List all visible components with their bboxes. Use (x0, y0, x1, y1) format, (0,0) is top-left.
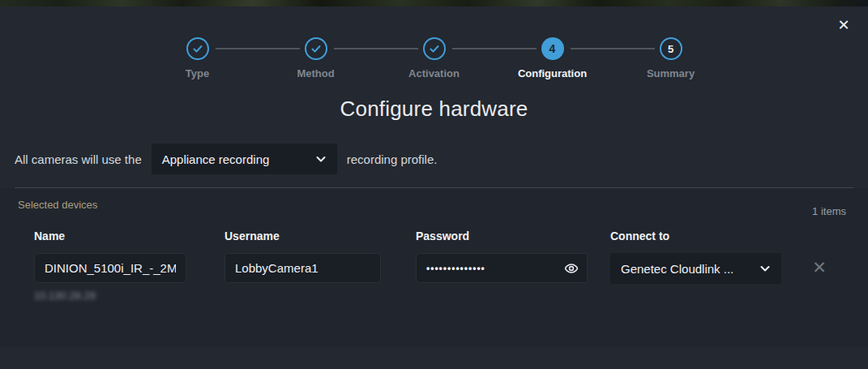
step-type-label: Type (186, 67, 209, 79)
configure-hardware-dialog: ✕ Type Method Activation 4 Configuration (0, 6, 868, 369)
step-configuration-label: Configuration (518, 67, 587, 79)
selected-devices-section: Selected devices 1 items Name Username P… (0, 188, 868, 347)
check-icon (429, 43, 440, 54)
step-summary-label: Summary (647, 67, 695, 79)
step-method-label: Method (297, 67, 334, 79)
recording-profile-dropdown[interactable]: Appliance recording (152, 144, 337, 174)
table-row-name-cell (34, 253, 186, 283)
eye-icon[interactable] (563, 260, 579, 277)
connect-to-value: Genetec Cloudlink ... (621, 262, 733, 276)
chevron-down-icon (759, 263, 771, 274)
column-header-name: Name (34, 230, 186, 242)
step-activation[interactable]: Activation (375, 37, 494, 79)
chevron-down-icon (315, 153, 327, 165)
items-count: 1 items (812, 205, 846, 217)
step-method[interactable]: Method (257, 37, 375, 79)
check-icon (310, 43, 322, 54)
step-connector (452, 48, 537, 49)
device-password-input[interactable] (416, 253, 588, 283)
column-header-username: Username (224, 230, 381, 242)
device-table: Name Username Password Connect to Genete… (0, 230, 868, 319)
step-configuration[interactable]: 4 Configuration (494, 37, 612, 79)
check-icon (192, 43, 203, 54)
step-type-check-circle (186, 37, 209, 60)
step-connector (334, 48, 418, 49)
step-activation-check-circle (423, 37, 446, 60)
recording-profile-row: All cameras will use the Appliance recor… (15, 144, 868, 174)
table-row-connect-cell: Genetec Cloudlink ... (610, 253, 781, 283)
column-header-connect-to: Connect to (610, 230, 781, 242)
table-row-username-cell (224, 253, 381, 283)
remove-device-icon[interactable]: ✕ (809, 257, 830, 278)
step-connector (216, 48, 300, 49)
step-activation-label: Activation (408, 67, 460, 79)
step-connector (571, 48, 655, 49)
step-type[interactable]: Type (139, 37, 257, 79)
device-username-input[interactable] (224, 253, 381, 283)
device-name-input[interactable] (34, 253, 186, 283)
step-configuration-number-circle: 4 (541, 37, 564, 60)
close-icon[interactable]: ✕ (834, 15, 853, 35)
device-ip-label: 10.130.28.29 (34, 290, 96, 302)
background-app-strip (0, 0, 868, 6)
recording-profile-value: Appliance recording (162, 152, 270, 166)
wizard-stepper: Type Method Activation 4 Configuration 5… (0, 6, 868, 79)
page-title: Configure hardware (0, 97, 868, 122)
profile-text-before: All cameras will use the (15, 152, 142, 166)
step-summary-number-circle: 5 (660, 37, 682, 60)
connect-to-dropdown[interactable]: Genetec Cloudlink ... (610, 253, 781, 284)
step-summary[interactable]: 5 Summary (612, 37, 730, 79)
step-method-check-circle (305, 37, 327, 60)
column-header-password: Password (416, 230, 588, 242)
table-row-password-cell (416, 253, 588, 283)
selected-devices-label: Selected devices (18, 199, 868, 211)
profile-text-after: recording profile. (347, 152, 438, 166)
